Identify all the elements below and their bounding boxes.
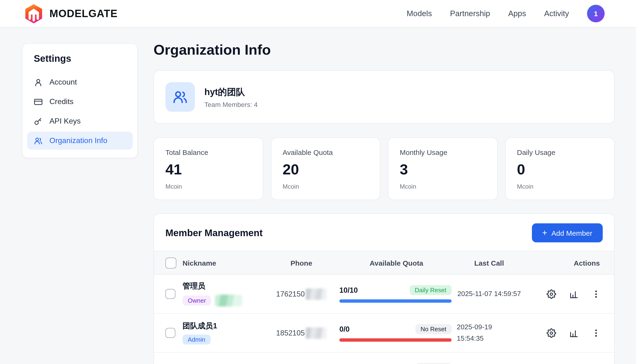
select-all-checkbox[interactable]: [166, 257, 176, 268]
table-row: 管理员 Owner 1762150 10/10 Daily Reset: [154, 275, 614, 314]
sidebar-item-label: Organization Info: [50, 136, 108, 145]
team-icon-box: [166, 82, 195, 112]
more-vertical-icon[interactable]: [591, 328, 601, 338]
add-member-button[interactable]: + Add Member: [532, 223, 603, 242]
stat-label: Available Quota: [282, 148, 368, 156]
member-management-title: Member Management: [166, 228, 262, 238]
col-available-quota: Available Quota: [340, 259, 454, 267]
blurred-phone-digits: [306, 327, 326, 338]
team-members-count: Team Members: 4: [204, 100, 258, 108]
top-nav: Models Partnership Apps Activity 1: [407, 5, 605, 22]
last-call-cell: 2025-09-19 15:54:35: [454, 322, 525, 344]
quota-cell: 10/10 Daily Reset: [340, 285, 454, 303]
settings-icon[interactable]: [547, 289, 556, 299]
quota-value: 10/10: [340, 286, 358, 294]
top-bar: MODELGATE Models Partnership Apps Activi…: [0, 0, 636, 28]
quota-progress-bar: [340, 299, 452, 303]
nav-item-apps[interactable]: Apps: [508, 9, 526, 18]
table-header: Nickname Phone Available Quota Last Call…: [154, 251, 614, 275]
col-last-call: Last Call: [454, 259, 525, 267]
team-info-card: hyt的团队 Team Members: 4: [154, 70, 614, 124]
reset-badge: No Reset: [416, 363, 452, 364]
stats-row: Total Balance 41 Mcoin Available Quota 2…: [154, 137, 614, 200]
stat-available-quota: Available Quota 20 Mcoin: [271, 137, 380, 200]
table-row: 团队成员1 Admin 1852105 0/0 No Reset: [154, 314, 614, 352]
actions-cell: [525, 289, 603, 299]
sidebar-item-label: Credits: [50, 98, 74, 106]
stat-label: Monthly Usage: [400, 148, 486, 156]
stat-unit: Mcoin: [517, 183, 603, 190]
phone-cell: 1762150: [263, 288, 340, 300]
role-badge: Owner: [182, 296, 211, 306]
row-checkbox[interactable]: [166, 289, 176, 299]
col-actions: Actions: [525, 259, 603, 267]
blurred-phone-digits: [306, 288, 326, 300]
stat-label: Daily Usage: [517, 148, 603, 156]
role-badge: Admin: [182, 334, 210, 344]
sidebar-item-label: API Keys: [50, 117, 81, 126]
hexagon-m-logo-icon: [24, 2, 44, 24]
users-icon: [172, 89, 188, 105]
user-avatar[interactable]: 1: [587, 5, 605, 22]
sidebar-item-account[interactable]: Account: [27, 73, 132, 91]
bar-chart-icon[interactable]: [569, 289, 578, 299]
stat-daily-usage: Daily Usage 0 Mcoin: [505, 137, 614, 200]
page-title: Organization Info: [154, 42, 614, 58]
sidebar-item-api-keys[interactable]: API Keys: [27, 112, 132, 130]
settings-sidebar: Settings Account Credits API Keys Organi…: [22, 43, 138, 158]
table-row: 测 17621500112 10/10 No Reset Unused: [154, 352, 614, 364]
stat-label: Total Balance: [166, 148, 251, 156]
team-name: hyt的团队: [204, 86, 258, 98]
user-icon: [34, 78, 43, 87]
member-nickname: 管理员: [182, 281, 263, 291]
last-call-cell: 2025-11-07 14:59:57: [454, 288, 525, 299]
stat-value: 0: [517, 161, 603, 178]
nickname-cell: 管理员 Owner: [182, 281, 263, 306]
quota-progress-bar: [340, 338, 452, 342]
stat-unit: Mcoin: [400, 183, 486, 190]
quota-cell: 10/10 No Reset: [340, 363, 454, 364]
stat-monthly-usage: Monthly Usage 3 Mcoin: [388, 137, 498, 200]
member-nickname: 团队成员1: [182, 321, 263, 331]
users-icon: [34, 136, 43, 145]
blurred-tag: [215, 294, 243, 306]
sidebar-title: Settings: [27, 53, 132, 72]
bar-chart-icon[interactable]: [569, 328, 578, 338]
nav-item-activity[interactable]: Activity: [544, 9, 569, 18]
nav-item-partnership[interactable]: Partnership: [450, 9, 490, 18]
member-management-card: Member Management + Add Member Nickname …: [154, 213, 614, 364]
nav-item-models[interactable]: Models: [407, 9, 432, 18]
sidebar-item-credits[interactable]: Credits: [27, 93, 132, 111]
stat-value: 3: [400, 161, 486, 178]
reset-badge: No Reset: [416, 324, 452, 334]
reset-badge: Daily Reset: [410, 285, 452, 295]
page-root: MODELGATE Models Partnership Apps Activi…: [0, 0, 636, 364]
nickname-cell: 团队成员1 Admin: [182, 321, 263, 344]
plus-icon: +: [542, 228, 547, 237]
row-checkbox[interactable]: [166, 328, 176, 338]
brand-name: MODELGATE: [50, 7, 118, 20]
stat-value: 41: [166, 161, 251, 178]
key-icon: [34, 117, 43, 126]
col-nickname: Nickname: [182, 259, 263, 267]
brand[interactable]: MODELGATE: [24, 2, 118, 24]
stat-unit: Mcoin: [166, 183, 251, 190]
actions-cell: [525, 328, 603, 338]
settings-icon[interactable]: [547, 328, 556, 338]
sidebar-item-label: Account: [50, 78, 77, 86]
main-content: Organization Info hyt的团队 Team Members: 4…: [138, 28, 636, 364]
sidebar-item-organization-info[interactable]: Organization Info: [27, 132, 132, 150]
col-phone: Phone: [263, 259, 340, 267]
stat-value: 20: [282, 161, 368, 178]
stat-total-balance: Total Balance 41 Mcoin: [154, 137, 263, 200]
credit-card-icon: [34, 97, 43, 106]
stat-unit: Mcoin: [282, 183, 368, 190]
quota-value: 0/0: [340, 325, 350, 333]
phone-cell: 1852105: [263, 327, 340, 338]
more-vertical-icon[interactable]: [591, 289, 601, 299]
quota-cell: 0/0 No Reset: [340, 324, 454, 342]
